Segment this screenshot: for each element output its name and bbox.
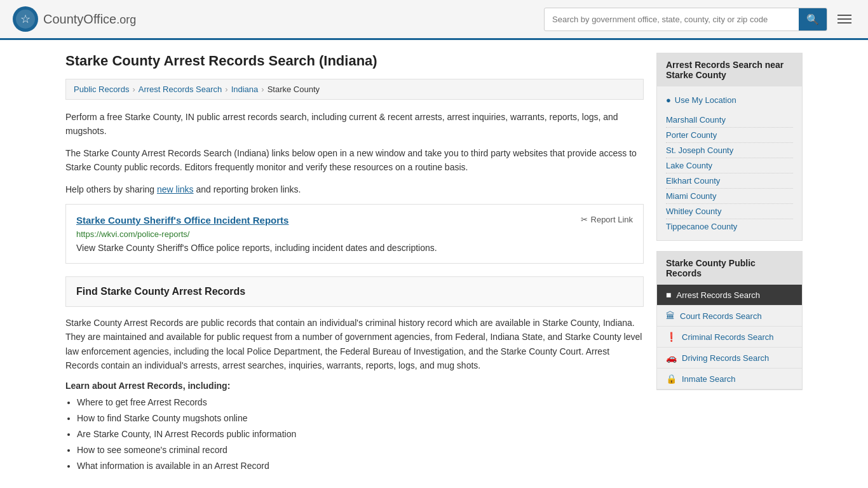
list-item: How to see someone's criminal record [77,444,644,457]
breadcrumb-sep-3: › [261,85,264,94]
link-card-header: Starke County Sheriff's Office Incident … [76,215,633,226]
search-button[interactable]: 🔍 [799,8,827,30]
sidebar: Arrest Records Search near Starke County… [656,53,803,475]
page-title: Starke County Arrest Records Search (Ind… [65,53,644,69]
breadcrumb-sep-1: › [132,85,135,94]
logo-text: CountyOffice.org [43,12,136,27]
inmate-search-label: Inmate Search [682,374,736,384]
menu-button[interactable] [834,11,855,27]
find-section-heading: Find Starke County Arrest Records [76,286,633,297]
sidebar-record-arrest-records[interactable]: ■ Arrest Records Search [657,285,802,306]
link-card-title[interactable]: Starke County Sheriff's Office Incident … [76,215,288,226]
learn-list: Where to get free Arrest Records How to … [65,396,644,473]
arrest-records-label: Arrest Records Search [676,290,760,300]
use-my-location-button[interactable]: ● Use My Location [666,93,736,107]
breadcrumb-public-records[interactable]: Public Records [74,85,129,94]
header: ☆ CountyOffice.org 🔍 [0,0,868,40]
sidebar-link-lake[interactable]: Lake County [666,158,793,173]
find-section-header: Find Starke County Arrest Records [65,276,644,307]
search-bar: 🔍 [544,8,827,31]
sidebar-link-whitley[interactable]: Whitley County [666,204,793,219]
sidebar-record-court-records[interactable]: 🏛 Court Records Search [657,306,802,327]
description-3-prefix: Help others by sharing [65,184,157,194]
sidebar-nearby-body: ● Use My Location Marshall County Porter… [657,86,802,240]
sidebar-link-st-joseph[interactable]: St. Joseph County [666,143,793,158]
driving-records-icon: 🚗 [666,353,677,363]
sidebar-link-miami[interactable]: Miami County [666,189,793,204]
sidebar-public-records-section: Starke County Public Records ■ Arrest Re… [656,251,803,390]
breadcrumb-indiana[interactable]: Indiana [231,85,259,94]
sidebar-link-tippecanoe[interactable]: Tippecanoe County [666,219,793,234]
link-card: Starke County Sheriff's Office Incident … [65,204,644,264]
find-section-body: Starke County Arrest Records are public … [65,316,644,473]
learn-heading: Learn about Arrest Records, including: [65,381,644,391]
criminal-records-icon: ❗ [666,332,677,342]
list-item: What information is available in an Arre… [77,459,644,473]
logo-icon: ☆ [13,6,38,32]
description-3: Help others by sharing new links and rep… [65,182,644,196]
description-3-suffix: and reporting broken links. [194,184,301,194]
list-item: Where to get free Arrest Records [77,396,644,409]
list-item: How to find Starke County mugshots onlin… [77,412,644,425]
sidebar-record-criminal-records[interactable]: ❗ Criminal Records Search [657,327,802,348]
header-right: 🔍 [544,8,855,31]
sidebar-nearby-header: Arrest Records Search near Starke County [657,53,802,86]
sidebar-record-driving-records[interactable]: 🚗 Driving Records Search [657,348,802,369]
link-card-description: View Starke County Sheriff's Office poli… [76,243,633,253]
menu-line-2 [837,18,851,20]
court-records-icon: 🏛 [666,311,675,321]
arrest-records-icon: ■ [666,290,671,300]
main-container: Starke County Arrest Records Search (Ind… [53,40,815,488]
description-1: Perform a free Starke County, IN public … [65,110,644,139]
scissors-icon: ✂ [581,215,588,224]
search-input[interactable] [545,10,799,29]
sidebar-link-marshall[interactable]: Marshall County [666,112,793,128]
menu-line-3 [837,22,851,24]
breadcrumb-sep-2: › [225,85,227,94]
menu-line-1 [837,15,851,16]
find-section-paragraph: Starke County Arrest Records are public … [65,316,644,373]
sidebar-nearby-section: Arrest Records Search near Starke County… [656,53,803,241]
criminal-records-label: Criminal Records Search [682,332,774,342]
logo-name: CountyOffice [43,12,116,26]
logo-suffix: .org [116,13,136,26]
court-records-label: Court Records Search [680,311,762,321]
list-item: Are Starke County, IN Arrest Records pub… [77,428,644,441]
link-card-url: https://wkvi.com/police-reports/ [76,229,633,239]
location-icon: ● [666,95,671,105]
logo-area: ☆ CountyOffice.org [13,6,136,32]
inmate-search-icon: 🔒 [666,374,677,384]
breadcrumb-starke: Starke County [268,85,320,94]
breadcrumb: Public Records › Arrest Records Search ›… [65,79,644,100]
report-link-label: Report Link [591,215,633,224]
sidebar-link-elkhart[interactable]: Elkhart County [666,173,793,189]
report-link-button[interactable]: ✂ Report Link [581,215,633,224]
sidebar-public-header: Starke County Public Records [657,252,802,285]
new-links-link[interactable]: new links [157,184,194,194]
svg-text:☆: ☆ [20,13,31,25]
driving-records-label: Driving Records Search [682,353,769,363]
sidebar-record-inmate-search[interactable]: 🔒 Inmate Search [657,369,802,390]
main-content: Starke County Arrest Records Search (Ind… [65,53,644,475]
sidebar-link-porter[interactable]: Porter County [666,128,793,143]
breadcrumb-arrest-records[interactable]: Arrest Records Search [139,85,222,94]
location-label: Use My Location [675,95,736,105]
description-2: The Starke County Arrest Records Search … [65,146,644,175]
